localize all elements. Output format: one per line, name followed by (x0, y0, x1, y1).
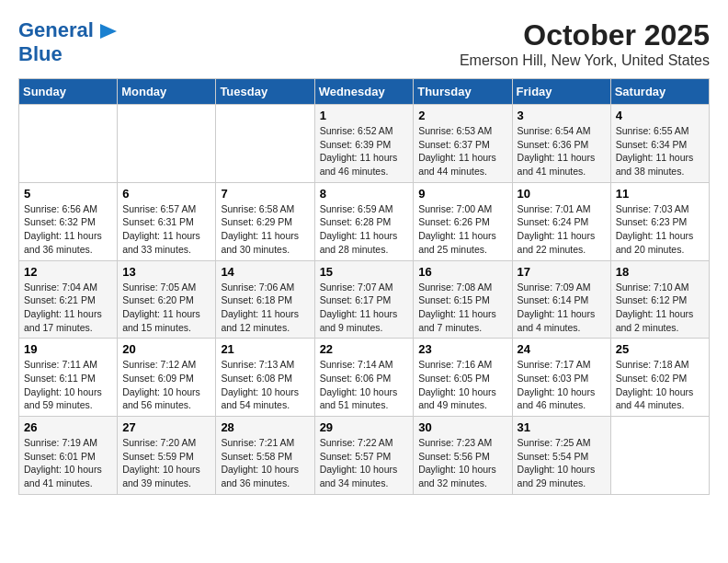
day-number: 11 (616, 187, 704, 201)
calendar-cell: 22Sunrise: 7:14 AM Sunset: 6:06 PM Dayli… (314, 339, 414, 417)
calendar-cell (19, 105, 118, 183)
calendar-cell: 30Sunrise: 7:23 AM Sunset: 5:56 PM Dayli… (414, 417, 512, 495)
day-number: 27 (122, 420, 210, 434)
calendar-cell: 11Sunrise: 7:03 AM Sunset: 6:23 PM Dayli… (610, 182, 709, 260)
week-row-3: 12Sunrise: 7:04 AM Sunset: 6:21 PM Dayli… (19, 260, 710, 339)
day-number: 7 (221, 187, 309, 201)
day-number: 15 (320, 265, 409, 279)
day-content: Sunrise: 7:04 AM Sunset: 6:21 PM Dayligh… (24, 281, 112, 335)
calendar-cell: 16Sunrise: 7:08 AM Sunset: 6:15 PM Dayli… (414, 260, 512, 339)
day-number: 31 (518, 420, 606, 434)
day-content: Sunrise: 6:56 AM Sunset: 6:32 PM Dayligh… (24, 202, 112, 257)
day-content: Sunrise: 7:08 AM Sunset: 6:15 PM Dayligh… (418, 281, 506, 335)
day-number: 20 (122, 342, 210, 356)
week-row-2: 5Sunrise: 6:56 AM Sunset: 6:32 PM Daylig… (19, 182, 710, 260)
calendar-cell: 9Sunrise: 7:00 AM Sunset: 6:26 PM Daylig… (414, 182, 512, 260)
day-content: Sunrise: 7:19 AM Sunset: 6:01 PM Dayligh… (24, 436, 112, 490)
day-number: 6 (122, 187, 210, 201)
day-content: Sunrise: 7:05 AM Sunset: 6:20 PM Dayligh… (122, 281, 210, 335)
calendar-subtitle: Emerson Hill, New York, United States (460, 52, 710, 69)
calendar-cell: 4Sunrise: 6:55 AM Sunset: 6:34 PM Daylig… (610, 105, 709, 183)
day-content: Sunrise: 6:59 AM Sunset: 6:28 PM Dayligh… (320, 202, 409, 257)
week-row-4: 19Sunrise: 7:11 AM Sunset: 6:11 PM Dayli… (19, 339, 710, 417)
day-content: Sunrise: 7:17 AM Sunset: 6:03 PM Dayligh… (518, 358, 606, 412)
day-content: Sunrise: 7:25 AM Sunset: 5:54 PM Dayligh… (518, 436, 606, 490)
calendar-cell: 1Sunrise: 6:52 AM Sunset: 6:39 PM Daylig… (314, 105, 414, 183)
day-content: Sunrise: 7:12 AM Sunset: 6:09 PM Dayligh… (122, 358, 210, 412)
weekday-header-tuesday: Tuesday (216, 79, 314, 105)
day-content: Sunrise: 7:09 AM Sunset: 6:14 PM Dayligh… (518, 281, 606, 335)
calendar-cell (118, 105, 216, 183)
calendar-cell: 28Sunrise: 7:21 AM Sunset: 5:58 PM Dayli… (216, 417, 314, 495)
calendar-cell: 25Sunrise: 7:18 AM Sunset: 6:02 PM Dayli… (610, 339, 709, 417)
day-number: 8 (320, 187, 409, 201)
calendar-cell: 17Sunrise: 7:09 AM Sunset: 6:14 PM Dayli… (512, 260, 610, 339)
day-content: Sunrise: 7:13 AM Sunset: 6:08 PM Dayligh… (221, 358, 309, 412)
calendar-cell: 8Sunrise: 6:59 AM Sunset: 6:28 PM Daylig… (314, 182, 414, 260)
weekday-header-monday: Monday (118, 79, 216, 105)
day-number: 25 (616, 342, 704, 356)
day-number: 19 (24, 342, 112, 356)
calendar-cell: 18Sunrise: 7:10 AM Sunset: 6:12 PM Dayli… (610, 260, 709, 339)
title-block: October 2025 Emerson Hill, New York, Uni… (460, 18, 710, 69)
weekday-header-friday: Friday (512, 79, 610, 105)
weekday-header-saturday: Saturday (610, 79, 709, 105)
calendar-cell: 10Sunrise: 7:01 AM Sunset: 6:24 PM Dayli… (512, 182, 610, 260)
calendar-cell: 20Sunrise: 7:12 AM Sunset: 6:09 PM Dayli… (118, 339, 216, 417)
svg-marker-0 (100, 24, 117, 39)
calendar-cell: 19Sunrise: 7:11 AM Sunset: 6:11 PM Dayli… (19, 339, 118, 417)
day-number: 28 (221, 420, 309, 434)
day-number: 2 (418, 109, 506, 122)
calendar-cell: 5Sunrise: 6:56 AM Sunset: 6:32 PM Daylig… (19, 182, 118, 260)
calendar-cell: 24Sunrise: 7:17 AM Sunset: 6:03 PM Dayli… (512, 339, 610, 417)
day-content: Sunrise: 7:16 AM Sunset: 6:05 PM Dayligh… (418, 358, 506, 412)
day-content: Sunrise: 7:10 AM Sunset: 6:12 PM Dayligh… (616, 281, 704, 335)
calendar-cell (216, 105, 314, 183)
logo-blue-text: Blue (18, 42, 63, 65)
day-content: Sunrise: 7:14 AM Sunset: 6:06 PM Dayligh… (320, 358, 409, 412)
weekday-header-row: SundayMondayTuesdayWednesdayThursdayFrid… (19, 79, 710, 105)
day-content: Sunrise: 6:52 AM Sunset: 6:39 PM Dayligh… (320, 124, 409, 178)
week-row-1: 1Sunrise: 6:52 AM Sunset: 6:39 PM Daylig… (19, 105, 710, 183)
day-content: Sunrise: 7:20 AM Sunset: 5:59 PM Dayligh… (122, 436, 210, 490)
weekday-header-sunday: Sunday (19, 79, 118, 105)
day-number: 9 (418, 187, 506, 201)
day-number: 29 (320, 420, 409, 434)
day-content: Sunrise: 6:55 AM Sunset: 6:34 PM Dayligh… (616, 124, 704, 178)
day-number: 5 (24, 187, 112, 201)
calendar-cell: 7Sunrise: 6:58 AM Sunset: 6:29 PM Daylig… (216, 182, 314, 260)
calendar-table: SundayMondayTuesdayWednesdayThursdayFrid… (18, 78, 710, 495)
day-content: Sunrise: 7:07 AM Sunset: 6:17 PM Dayligh… (320, 281, 409, 335)
calendar-cell: 26Sunrise: 7:19 AM Sunset: 6:01 PM Dayli… (19, 417, 118, 495)
calendar-cell: 13Sunrise: 7:05 AM Sunset: 6:20 PM Dayli… (118, 260, 216, 339)
logo: General Blue (18, 18, 118, 66)
day-content: Sunrise: 7:01 AM Sunset: 6:24 PM Dayligh… (518, 202, 606, 257)
day-number: 1 (320, 109, 409, 122)
day-number: 12 (24, 265, 112, 279)
day-content: Sunrise: 6:53 AM Sunset: 6:37 PM Dayligh… (418, 124, 506, 178)
calendar-cell: 23Sunrise: 7:16 AM Sunset: 6:05 PM Dayli… (414, 339, 512, 417)
day-number: 17 (518, 265, 606, 279)
day-number: 16 (418, 265, 506, 279)
day-content: Sunrise: 7:22 AM Sunset: 5:57 PM Dayligh… (320, 436, 409, 490)
day-number: 18 (616, 265, 704, 279)
day-number: 14 (221, 265, 309, 279)
day-content: Sunrise: 7:03 AM Sunset: 6:23 PM Dayligh… (616, 202, 704, 257)
calendar-title: October 2025 (460, 18, 710, 52)
day-content: Sunrise: 7:06 AM Sunset: 6:18 PM Dayligh… (221, 281, 309, 335)
weekday-header-thursday: Thursday (414, 79, 512, 105)
day-content: Sunrise: 7:00 AM Sunset: 6:26 PM Dayligh… (418, 202, 506, 257)
day-number: 30 (418, 420, 506, 434)
day-content: Sunrise: 6:58 AM Sunset: 6:29 PM Dayligh… (221, 202, 309, 257)
day-number: 4 (616, 109, 704, 122)
calendar-cell: 31Sunrise: 7:25 AM Sunset: 5:54 PM Dayli… (512, 417, 610, 495)
logo-text: General (18, 18, 118, 42)
page-header: General Blue October 2025 Emerson Hill, … (18, 18, 710, 69)
calendar-cell: 6Sunrise: 6:57 AM Sunset: 6:31 PM Daylig… (118, 182, 216, 260)
day-number: 21 (221, 342, 309, 356)
day-content: Sunrise: 6:57 AM Sunset: 6:31 PM Dayligh… (122, 202, 210, 257)
day-number: 22 (320, 342, 409, 356)
calendar-cell: 21Sunrise: 7:13 AM Sunset: 6:08 PM Dayli… (216, 339, 314, 417)
calendar-cell (610, 417, 709, 495)
day-content: Sunrise: 6:54 AM Sunset: 6:36 PM Dayligh… (518, 124, 606, 178)
